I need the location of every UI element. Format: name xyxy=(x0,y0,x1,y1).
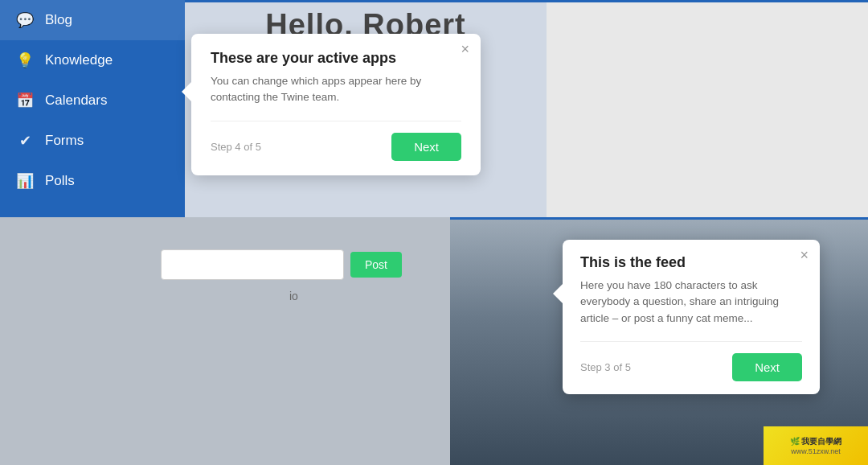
knowledge-icon: 💡 xyxy=(16,51,34,69)
watermark-line2: www.51zxw.net xyxy=(791,447,841,455)
sidebar-item-polls[interactable]: 📊 Polls xyxy=(0,161,185,201)
polls-icon: 📊 xyxy=(16,172,34,190)
sidebar-item-knowledge-label: Knowledge xyxy=(45,52,113,68)
popup1-divider xyxy=(211,121,461,121)
popup2-next-button[interactable]: Next xyxy=(732,353,802,381)
sidebar: 💬 Blog 💡 Knowledge 📅 Calendars ✔ Forms 📊… xyxy=(0,0,185,217)
popup1-next-button[interactable]: Next xyxy=(391,133,461,161)
sidebar-item-knowledge[interactable]: 💡 Knowledge xyxy=(0,40,185,80)
sidebar-item-forms-label: Forms xyxy=(45,133,84,149)
blue-accent-line-bottom xyxy=(450,217,868,220)
sidebar-item-blog-label: Blog xyxy=(45,12,72,28)
post-input-field[interactable] xyxy=(161,249,344,280)
popup1-close-button[interactable]: × xyxy=(461,42,469,56)
popup1-title: These are your active apps xyxy=(211,50,461,67)
popup1-footer: Step 4 of 5 Next xyxy=(211,133,461,161)
watermark: 🌿 我要自學網 www.51zxw.net xyxy=(764,426,868,465)
popup1-body: You can change which apps appear here by… xyxy=(211,73,461,106)
sidebar-item-blog[interactable]: 💬 Blog xyxy=(0,0,185,40)
post-button[interactable]: Post xyxy=(350,252,402,278)
popup2-body: Here you have 180 characters to ask ever… xyxy=(580,278,802,327)
post-input-row: Post xyxy=(161,249,402,280)
sidebar-item-forms[interactable]: ✔ Forms xyxy=(0,121,185,161)
post-area: Post xyxy=(161,249,402,280)
sidebar-item-calendars-label: Calendars xyxy=(45,93,108,109)
popup2-close-button[interactable]: × xyxy=(800,248,809,262)
popup-card-1: × These are your active apps You can cha… xyxy=(191,34,481,175)
blue-accent-line-top xyxy=(185,0,868,2)
popup1-step-label: Step 4 of 5 xyxy=(211,141,261,153)
popup2-title: This is the feed xyxy=(580,254,802,271)
forms-icon: ✔ xyxy=(16,132,34,150)
popup2-divider xyxy=(580,341,802,342)
blog-icon: 💬 xyxy=(16,11,34,29)
popup2-footer: Step 3 of 5 Next xyxy=(580,353,802,381)
io-label: io xyxy=(289,290,298,302)
sidebar-item-calendars[interactable]: 📅 Calendars xyxy=(0,80,185,121)
sidebar-item-polls-label: Polls xyxy=(45,173,75,189)
popup2-step-label: Step 3 of 5 xyxy=(580,361,631,373)
watermark-line1: 🌿 我要自學網 xyxy=(790,436,842,447)
calendar-icon: 📅 xyxy=(16,92,34,109)
popup-card-2: × This is the feed Here you have 180 cha… xyxy=(563,240,820,394)
